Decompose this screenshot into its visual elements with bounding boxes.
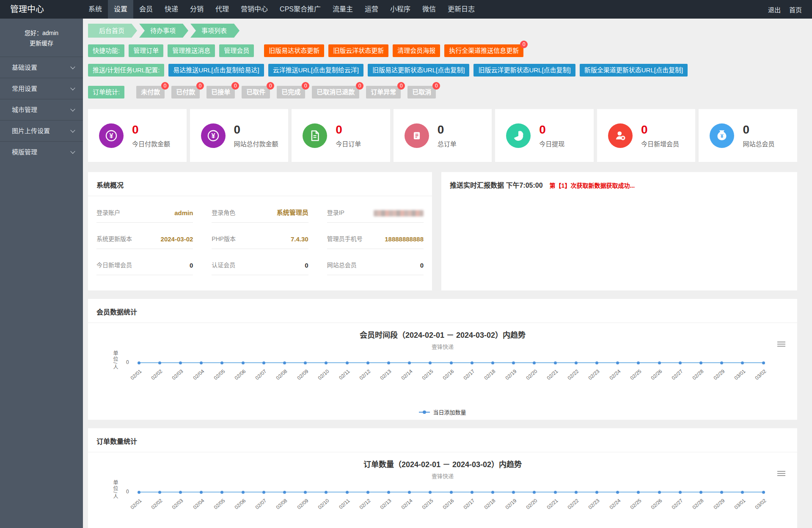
order-status-5[interactable]: 已取消已退款0 xyxy=(312,86,359,98)
nav-item-8[interactable]: 流量主 xyxy=(327,0,359,19)
data-point xyxy=(762,491,765,494)
order-status-3[interactable]: 已取件0 xyxy=(242,86,270,98)
chart-legend[interactable]: 当日添加数量 xyxy=(96,408,789,416)
breadcrumb-item-1[interactable]: 待办事项 xyxy=(139,24,188,38)
order-status-6[interactable]: 订单异常0 xyxy=(366,86,401,98)
stat-card-label: 今日订单 xyxy=(336,139,361,148)
sidebar-item-1[interactable]: 常用设置 xyxy=(0,78,83,99)
x-axis-tick-label: 02/26 xyxy=(650,368,663,381)
divider xyxy=(88,452,797,452)
x-axis-tick-label: 02/26 xyxy=(650,498,663,510)
quick-green-button-0[interactable]: 管理订单 xyxy=(129,44,163,57)
nav-item-3[interactable]: 快递 xyxy=(159,0,184,19)
legend-label: 当日添加数量 xyxy=(433,408,466,416)
order-stats-title: 订单数量统计 xyxy=(88,428,797,452)
legend-line-marker xyxy=(419,412,430,413)
nav-item-11[interactable]: 微信 xyxy=(416,0,442,19)
url-copy-button-4[interactable]: 新版全渠道更新状态URL[点击复制] xyxy=(580,64,688,77)
system-cell-label: 网站总会员 xyxy=(327,260,357,269)
data-point xyxy=(512,491,515,494)
nav-item-4[interactable]: 分销 xyxy=(184,0,209,19)
sidebar-item-0[interactable]: 基础设置 xyxy=(0,57,83,78)
sidebar-item-3[interactable]: 图片上传设置 xyxy=(0,120,83,141)
logout-link[interactable]: 退出 xyxy=(765,5,784,14)
data-point xyxy=(325,491,328,494)
url-copy-button-2[interactable]: 旧版易达更新状态URL[点击复制] xyxy=(368,64,469,77)
sidebar-item-2[interactable]: 城市管理 xyxy=(0,99,83,120)
chart-menu-icon[interactable] xyxy=(777,471,785,477)
order-status-4[interactable]: 已完成0 xyxy=(277,86,305,98)
nav-item-5[interactable]: 代理 xyxy=(209,0,235,19)
x-axis-tick-label: 03/01 xyxy=(733,368,746,381)
url-copy-button-1[interactable]: 云洋推送URL[点击复制给云洋] xyxy=(268,64,363,77)
chart-title: 订单数量（2024-02-01 － 2024-03-02）内趋势 xyxy=(96,458,789,469)
url-copy-button-0[interactable]: 易达推送URL[点击复制给易达] xyxy=(168,64,264,77)
data-point xyxy=(512,361,515,364)
refresh-cache-link[interactable]: 更新缓存 xyxy=(4,38,79,48)
quick-green-button-2[interactable]: 管理会员 xyxy=(219,44,254,57)
order-badges-group: 未付款0已付款0已接单0已取件0已完成0已取消已退款0订单异常0已取消0 xyxy=(136,86,436,98)
nav-item-7[interactable]: CPS聚合推广 xyxy=(274,0,327,19)
order-status-2[interactable]: 已接单0 xyxy=(206,86,235,98)
full-channel-push-button[interactable]: 执行全渠道推送信息更新0 xyxy=(444,44,523,57)
data-point xyxy=(554,491,557,494)
x-axis-tick-label: 02/29 xyxy=(712,498,726,510)
nav-item-0[interactable]: 系统 xyxy=(83,0,108,19)
nav-item-10[interactable]: 小程序 xyxy=(384,0,416,19)
nav-item-9[interactable]: 运营 xyxy=(359,0,384,19)
chart-plot: 单位/人002/0102/0202/0302/0402/0502/0602/07… xyxy=(139,360,763,400)
data-point xyxy=(283,491,286,494)
stat-card-text: 0今日订单 xyxy=(336,123,361,148)
breadcrumb-item-2[interactable]: 事项列表 xyxy=(190,24,239,38)
order-count-badge: 0 xyxy=(161,82,169,90)
url-copy-button-3[interactable]: 旧版云洋更新状态URL[点击复制] xyxy=(473,64,575,77)
order-status-7[interactable]: 已取消0 xyxy=(407,86,436,98)
sidebar-item-4[interactable]: 模版管理 xyxy=(0,141,83,162)
member-stats-title: 会员数据统计 xyxy=(88,299,797,323)
quick-green-button-1[interactable]: 管理推送消息 xyxy=(168,44,215,57)
stat-card-value: 0 xyxy=(438,123,457,136)
y-axis-tick: 0 xyxy=(126,489,129,495)
stat-card-text: 0总订单 xyxy=(438,123,457,148)
chart-plot: 单位/人002/0102/0202/0302/0402/0502/0602/07… xyxy=(139,489,763,528)
nav-item-12[interactable]: 更新日志 xyxy=(442,0,481,19)
home-link[interactable]: 首页 xyxy=(786,5,805,14)
breadcrumb-item-0[interactable]: 后台首页 xyxy=(88,24,137,38)
x-axis-tick-label: 02/20 xyxy=(525,498,538,510)
data-point xyxy=(679,361,682,364)
x-axis-tick-label: 02/06 xyxy=(234,368,247,381)
chart-menu-icon[interactable] xyxy=(777,342,785,348)
push-report-panel: 推送实时汇报数据 下午7:05:00 第【1】次获取新数据获取成功... xyxy=(441,172,797,290)
data-point xyxy=(471,491,473,494)
data-point xyxy=(242,491,245,494)
data-point xyxy=(699,361,702,364)
menu-bar xyxy=(777,475,785,476)
x-axis-tick-label: 02/07 xyxy=(254,498,268,510)
system-cell-label: 认证会员 xyxy=(212,260,235,269)
stat-card-label: 今日提现 xyxy=(539,139,564,148)
greeting-text: 您好：admin xyxy=(4,28,79,38)
quick-orange-button-0[interactable]: 旧版易达状态更新 xyxy=(264,44,324,57)
nav-item-2[interactable]: 会员 xyxy=(133,0,159,19)
order-count-badge: 0 xyxy=(267,82,274,90)
quick-orange-button-1[interactable]: 旧版云洋状态更新 xyxy=(328,44,388,57)
yen-icon: ¥ xyxy=(201,123,226,148)
data-point xyxy=(366,361,369,364)
order-status-1[interactable]: 已付款0 xyxy=(171,86,200,98)
chevron-down-icon xyxy=(70,85,75,90)
x-axis-tick-label: 03/02 xyxy=(754,368,768,381)
nav-item-1[interactable]: 设置 xyxy=(108,0,133,19)
data-point xyxy=(408,361,411,364)
order-status-0[interactable]: 未付款0 xyxy=(136,86,165,98)
data-point xyxy=(158,491,161,494)
data-point xyxy=(720,361,723,364)
quick-orange-button-2[interactable]: 清理会员海报 xyxy=(393,44,440,57)
system-overview-table: 登录账户admin登录角色系统管理员登录IP系统更新版本2024-03-02PH… xyxy=(88,196,432,275)
nav-item-6[interactable]: 营销中心 xyxy=(235,0,274,19)
x-axis-tick-label: 02/15 xyxy=(421,498,434,510)
chart-title: 会员时间段（2024-02-01 － 2024-03-02）内趋势 xyxy=(96,329,789,340)
x-axis-tick-label: 02/04 xyxy=(192,498,205,510)
x-axis-tick-label: 02/21 xyxy=(546,368,559,381)
data-point xyxy=(262,491,265,494)
x-axis-tick-label: 02/12 xyxy=(358,498,372,510)
